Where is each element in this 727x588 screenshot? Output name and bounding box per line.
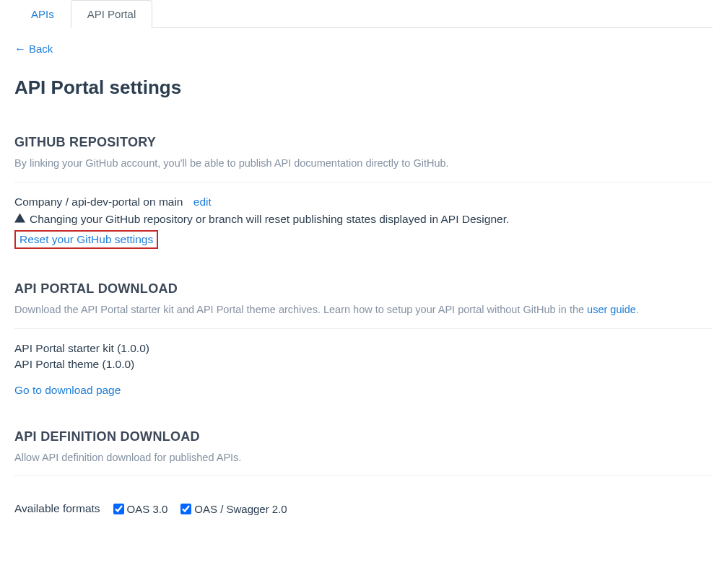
back-link-label: Back — [29, 43, 53, 55]
github-repo-line: Company / api-dev-portal on main edit — [14, 196, 713, 209]
arrow-left-icon: ← — [14, 43, 26, 55]
format-oas3-group: OAS 3.0 — [113, 503, 168, 515]
tab-api-portal[interactable]: API Portal — [71, 0, 153, 28]
available-formats-label: Available formats — [14, 502, 100, 515]
tab-apis[interactable]: APIs — [14, 0, 71, 28]
github-reset-link[interactable]: Reset your GitHub settings — [14, 230, 158, 249]
github-warning-text: Changing your GitHub repository or branc… — [30, 213, 509, 226]
back-link[interactable]: ← Back — [14, 43, 53, 55]
download-section-title: API PORTAL DOWNLOAD — [14, 281, 713, 297]
warning-icon — [14, 213, 25, 225]
tabs-bar: APIs API Portal — [14, 0, 713, 28]
definition-section-title: API DEFINITION DOWNLOAD — [14, 429, 713, 444]
github-section-desc: By linking your GitHub account, you'll b… — [14, 156, 713, 183]
download-desc-prefix: Download the API Portal starter kit and … — [14, 304, 587, 315]
download-desc-suffix: . — [636, 304, 639, 315]
formats-row: Available formats OAS 3.0 OAS / Swagger … — [14, 489, 713, 515]
github-edit-link[interactable]: edit — [193, 196, 212, 208]
download-page-link[interactable]: Go to download page — [14, 384, 121, 396]
github-repository-section: GITHUB REPOSITORY By linking your GitHub… — [14, 135, 713, 249]
download-item-starter: API Portal starter kit (1.0.0) — [14, 342, 713, 355]
format-oas2-label[interactable]: OAS / Swagger 2.0 — [194, 503, 287, 515]
definition-section-desc: Allow API definition download for publis… — [14, 450, 713, 477]
github-section-title: GITHUB REPOSITORY — [14, 135, 713, 150]
format-oas3-checkbox[interactable] — [113, 504, 124, 514]
page-title: API Portal settings — [14, 76, 713, 99]
format-oas2-checkbox[interactable] — [180, 504, 191, 514]
download-item-theme: API Portal theme (1.0.0) — [14, 358, 713, 371]
user-guide-link[interactable]: user guide — [587, 304, 636, 315]
format-oas3-label[interactable]: OAS 3.0 — [127, 503, 168, 515]
github-warning-line: Changing your GitHub repository or branc… — [14, 213, 713, 226]
github-repo-text: Company / api-dev-portal on main — [14, 196, 183, 208]
download-items-list: API Portal starter kit (1.0.0) API Porta… — [14, 342, 713, 371]
api-portal-download-section: API PORTAL DOWNLOAD Download the API Por… — [14, 281, 713, 397]
download-section-desc: Download the API Portal starter kit and … — [14, 302, 713, 329]
api-definition-download-section: API DEFINITION DOWNLOAD Allow API defini… — [14, 429, 713, 516]
format-oas2-group: OAS / Swagger 2.0 — [180, 503, 287, 515]
